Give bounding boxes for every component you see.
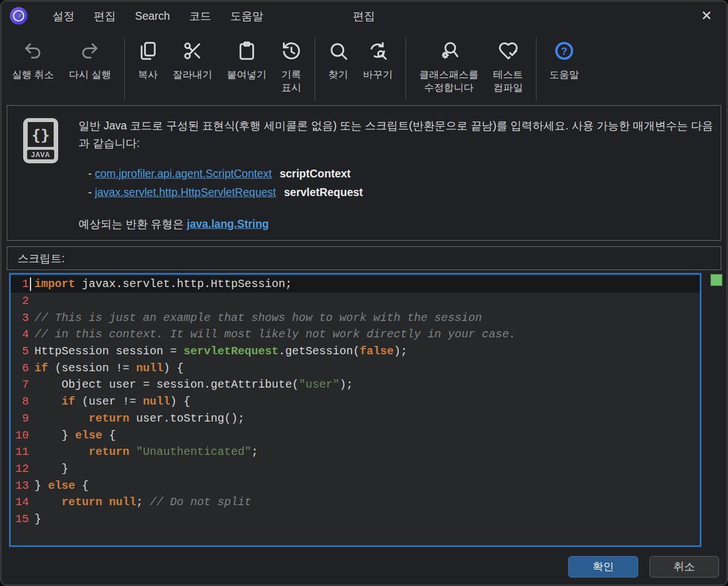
toolbar-button-find[interactable]: 찾기 [321,36,356,104]
info-body: 일반 Java 코드로 구성된 표현식(후행 세미콜론 없음) 또는 스크립트(… [79,117,714,230]
code-line[interactable]: 9 return user.toString(); [11,410,700,427]
dialog-footer: 확인 취소 [1,547,727,578]
toolbar-separator [315,37,315,101]
code-line[interactable]: 3// This is just an example that shows h… [11,309,700,326]
param-class-link[interactable]: com.jprofiler.api.agent.ScriptContext [95,167,272,180]
menu-bar: 설정편집Search코드도움말 편집 ✕ [1,1,727,31]
toolbar-button-label: 다시 실행 [69,68,111,81]
code-text: // This is just an example that shows ho… [34,311,482,324]
code-line[interactable]: 4// in this context. It will most likely… [11,326,700,343]
code-lines: 1import javax.servlet.http.HttpSession;2… [11,276,700,527]
redo-icon [80,37,100,64]
toolbar-button-help[interactable]: ?도움말 [542,36,587,104]
line-number: 3 [11,311,30,324]
code-line[interactable]: 13} else { [11,477,700,494]
test-compile-icon [498,37,518,64]
param-dash: - [88,167,95,180]
code-line[interactable]: 5HttpSession session = servletRequest.ge… [11,343,700,360]
return-type-prefix: 예상되는 반환 유형은 [79,218,187,230]
editor-row: 1import javax.servlet.http.HttpSession;2… [9,273,701,547]
line-number: 15 [11,513,30,526]
svg-text:?: ? [561,45,567,57]
code-line[interactable]: 6if (session != null) { [11,359,700,376]
copy-icon [138,37,158,64]
line-number: 4 [11,328,30,341]
code-text: return user.toString(); [34,412,245,425]
menu-settings[interactable]: 설정 [43,1,84,31]
find-icon [328,37,348,64]
param-item: - com.jprofiler.api.agent.ScriptContexts… [88,164,714,183]
edit-classpath-icon [439,37,459,64]
close-icon[interactable]: ✕ [695,6,718,25]
code-line[interactable]: 14 return null; // Do not split [11,494,700,511]
menu-code[interactable]: 코드 [180,1,221,31]
line-number: 10 [11,429,30,442]
return-type-link[interactable]: java.lang.String [187,218,269,230]
toolbar-button-label: 실행 취소 [12,68,54,81]
code-text: // in this context. It will most likely … [34,328,516,341]
toolbar-button-label: 테스트 컴파일 [493,68,523,94]
code-text: HttpSession session = servletRequest.get… [34,345,407,358]
toolbar-button-test-compile[interactable]: 테스트 컴파일 [486,36,530,104]
code-text: if (user != null) { [34,395,190,408]
line-number: 8 [11,395,30,408]
toolbar-button-replace[interactable]: 바꾸기 [356,36,400,104]
menu-items: 설정편집Search코드도움말 [43,1,273,31]
code-text: return null; // Do not split [34,496,251,509]
code-line[interactable]: 2 [11,293,700,310]
toolbar-button-redo[interactable]: 다시 실행 [62,36,119,104]
info-panel: {} JAVA 일반 Java 코드로 구성된 표현식(후행 세미콜론 없음) … [7,105,721,241]
param-item: - javax.servlet.http.HttpServletRequests… [88,183,714,202]
toolbar-button-label: 도움말 [550,68,579,81]
toolbar-button-label: 잘라내기 [173,68,212,81]
cancel-button[interactable]: 취소 [649,556,719,578]
code-text: } [34,513,41,526]
toolbar-separator [124,37,125,101]
java-icon-label: JAVA [27,150,54,159]
code-line[interactable]: 1import javax.servlet.http.HttpSession; [11,276,700,293]
code-line[interactable]: 12 } [11,461,700,478]
toolbar-button-cut[interactable]: 잘라내기 [165,36,220,104]
code-text: } [34,462,68,475]
param-dash: - [88,186,95,198]
line-number: 1 [11,277,30,290]
help-icon: ? [554,37,574,64]
toolbar-button-show-history[interactable]: 기록 표시 [274,36,309,104]
script-editor-dialog: 설정편집Search코드도움말 편집 ✕ 실행 취소다시 실행복사잘라내기붙여넣… [1,1,727,585]
replace-icon [368,37,388,64]
toolbar-button-edit-classpath[interactable]: 클래스패스를 수정합니다 [412,36,486,104]
code-line[interactable]: 10 } else { [11,427,700,444]
code-text: } else { [34,429,116,442]
show-history-icon [281,37,302,64]
menu-help[interactable]: 도움말 [221,1,273,31]
script-label: 스크립트: [18,251,64,266]
menu-search[interactable]: Search [125,1,180,31]
no-errors-indicator [710,274,722,286]
toolbar-button-label: 바꾸기 [363,68,393,81]
menu-edit[interactable]: 편집 [84,1,125,31]
text-caret [30,277,31,291]
toolbar-button-label: 클래스패스를 수정합니다 [419,68,478,94]
cut-icon [182,37,203,64]
toolbar-button-label: 복사 [138,68,158,81]
toolbar-button-copy[interactable]: 복사 [130,36,165,104]
toolbar-button-label: 찾기 [328,68,348,81]
line-number: 14 [11,496,30,509]
line-number: 12 [11,462,30,475]
ok-button[interactable]: 확인 [568,556,638,578]
java-braces-glyph: {} [28,122,54,147]
info-paragraph: 일반 Java 코드로 구성된 표현식(후행 세미콜론 없음) 또는 스크립트(… [79,117,714,152]
code-line[interactable]: 15} [11,511,700,528]
toolbar-button-undo[interactable]: 실행 취소 [5,36,62,104]
line-number: 7 [11,378,30,391]
jprofiler-app-icon[interactable] [9,6,28,25]
toolbar-button-paste[interactable]: 붙여넣기 [220,36,274,104]
script-label-box: 스크립트: [7,246,721,270]
code-line[interactable]: 11 return "Unauthenticated"; [11,444,700,461]
code-line[interactable]: 7 Object user = session.getAttribute("us… [11,376,700,393]
code-line[interactable]: 8 if (user != null) { [11,393,700,410]
paste-icon [237,37,257,64]
line-number: 2 [11,294,30,307]
code-editor[interactable]: 1import javax.servlet.http.HttpSession;2… [9,273,701,547]
param-class-link[interactable]: javax.servlet.http.HttpServletRequest [95,186,276,198]
